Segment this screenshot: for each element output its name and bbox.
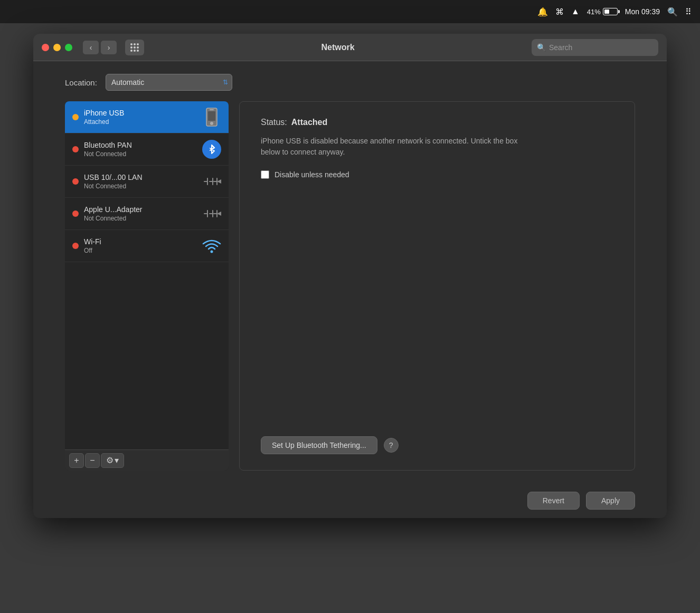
network-status-apple-adapter: Not Connected: [84, 215, 202, 222]
titlebar: ‹ › Network 🔍: [33, 34, 667, 61]
wifi-icon-container: [202, 236, 221, 255]
bottom-bar: Revert Apply: [33, 483, 667, 518]
svg-point-2: [210, 122, 213, 125]
remove-network-button[interactable]: −: [85, 453, 100, 468]
svg-rect-1: [210, 109, 214, 110]
location-select-wrapper[interactable]: Automatic ⇅: [106, 74, 232, 91]
notification-icon[interactable]: 🔔: [537, 7, 548, 17]
status-dot-red-lan: [72, 178, 79, 185]
description-text: iPhone USB is disabled because another n…: [261, 136, 525, 158]
iphone-icon: [206, 108, 217, 127]
minimize-button[interactable]: [53, 44, 61, 51]
status-label: Status:: [261, 118, 287, 127]
menubar: 🔔 ⌘ ▲ 41% Mon 09:39 🔍 ⠿: [0, 0, 700, 23]
location-label: Location:: [65, 78, 97, 87]
disable-unless-needed-checkbox[interactable]: [261, 170, 269, 179]
main-area: iPhone USB Attached: [65, 101, 635, 471]
location-select[interactable]: Automatic: [106, 74, 232, 91]
network-item-apple-adapter[interactable]: Apple U...Adapter Not Connected: [65, 198, 229, 230]
menubar-time: Mon 09:39: [625, 7, 660, 16]
status-dot-red-adapter: [72, 210, 79, 217]
apply-button[interactable]: Apply: [586, 492, 635, 510]
forward-button[interactable]: ›: [101, 41, 117, 54]
grid-icon: [130, 43, 139, 52]
revert-button[interactable]: Revert: [527, 492, 580, 510]
status-row: Status: Attached: [261, 118, 613, 127]
network-item-usb-lan[interactable]: USB 10/...00 LAN Not Connected: [65, 166, 229, 198]
network-name-wifi: Wi-Fi: [84, 237, 202, 246]
battery-icon: [603, 8, 618, 15]
tethering-row: Set Up Bluetooth Tethering... ?: [261, 436, 399, 454]
network-info-usb-lan: USB 10/...00 LAN Not Connected: [84, 173, 202, 190]
window-title: Network: [150, 43, 525, 52]
network-info-iphone: iPhone USB Attached: [84, 109, 202, 126]
battery-percent: 41%: [587, 8, 601, 16]
status-dot-red-wifi: [72, 243, 79, 249]
lan-icon-usb: [202, 172, 221, 191]
network-name-apple-adapter: Apple U...Adapter: [84, 205, 202, 214]
menubar-icons: 🔔 ⌘ ▲ 41% Mon 09:39 🔍 ⠿: [537, 7, 692, 17]
search-input[interactable]: [549, 43, 653, 52]
network-info-bluetooth: Bluetooth PAN Not Connected: [84, 141, 202, 158]
bluetooth-icon-container: [202, 140, 221, 159]
network-name-usb-lan: USB 10/...00 LAN: [84, 173, 202, 181]
wifi-icon: [202, 238, 221, 253]
network-name-iphone: iPhone USB: [84, 109, 202, 117]
close-button[interactable]: [42, 44, 49, 51]
gear-menu-button[interactable]: ⚙ ▾: [101, 453, 124, 468]
svg-marker-4: [217, 179, 221, 184]
window-frame: ‹ › Network 🔍 Location:: [33, 34, 667, 518]
gear-icon: ⚙: [106, 455, 113, 465]
network-info-wifi: Wi-Fi Off: [84, 237, 202, 254]
help-button[interactable]: ?: [384, 438, 399, 453]
network-status-usb-lan: Not Connected: [84, 183, 202, 190]
network-item-wifi[interactable]: Wi-Fi Off: [65, 230, 229, 262]
chevron-down-icon: ▾: [115, 455, 119, 465]
status-dot-yellow: [72, 114, 79, 120]
search-icon: 🔍: [537, 43, 546, 52]
window: ‹ › Network 🔍 Location:: [0, 23, 700, 613]
battery-indicator: 41%: [587, 8, 618, 16]
tethering-button[interactable]: Set Up Bluetooth Tethering...: [261, 436, 377, 454]
maximize-button[interactable]: [65, 44, 72, 51]
traffic-lights: [42, 44, 72, 51]
network-status-wifi: Off: [84, 247, 202, 254]
sidebar: iPhone USB Attached: [65, 101, 229, 471]
detail-footer: Set Up Bluetooth Tethering... ?: [261, 436, 613, 454]
svg-rect-3: [208, 111, 215, 121]
network-list: iPhone USB Attached: [65, 101, 229, 449]
sidebar-toolbar: + − ⚙ ▾: [65, 449, 229, 471]
add-network-button[interactable]: +: [69, 453, 84, 468]
detail-panel: Status: Attached iPhone USB is disabled …: [239, 101, 635, 471]
bluetooth-menu-icon[interactable]: ⌘: [555, 7, 564, 17]
ethernet-icon-2: [202, 207, 221, 220]
status-dot-red-bt: [72, 146, 79, 152]
control-center-icon[interactable]: ⠿: [685, 7, 692, 17]
network-info-apple-adapter: Apple U...Adapter Not Connected: [84, 205, 202, 222]
disable-unless-needed-label: Disable unless needed: [275, 170, 349, 179]
status-value: Attached: [291, 118, 327, 127]
svg-point-6: [211, 251, 213, 253]
network-name-bluetooth: Bluetooth PAN: [84, 141, 202, 149]
lan-icon-adapter: [202, 204, 221, 223]
back-button[interactable]: ‹: [83, 41, 99, 54]
network-status-iphone: Attached: [84, 118, 202, 126]
network-item-iphone[interactable]: iPhone USB Attached: [65, 101, 229, 133]
content: Location: Automatic ⇅: [33, 61, 667, 483]
checkbox-row: Disable unless needed: [261, 170, 613, 179]
network-item-bluetooth[interactable]: Bluetooth PAN Not Connected: [65, 133, 229, 166]
location-row: Location: Automatic ⇅: [65, 74, 635, 91]
search-bar[interactable]: 🔍: [532, 39, 658, 56]
ethernet-icon: [202, 175, 221, 188]
network-status-bluetooth: Not Connected: [84, 150, 202, 158]
iphone-icon-container: [202, 108, 221, 127]
bluetooth-icon: [206, 144, 217, 155]
nav-buttons: ‹ ›: [83, 41, 117, 54]
svg-marker-5: [217, 212, 221, 216]
wifi-menu-icon[interactable]: ▲: [571, 7, 580, 16]
grid-button[interactable]: [125, 40, 144, 55]
spotlight-icon[interactable]: 🔍: [667, 7, 678, 17]
